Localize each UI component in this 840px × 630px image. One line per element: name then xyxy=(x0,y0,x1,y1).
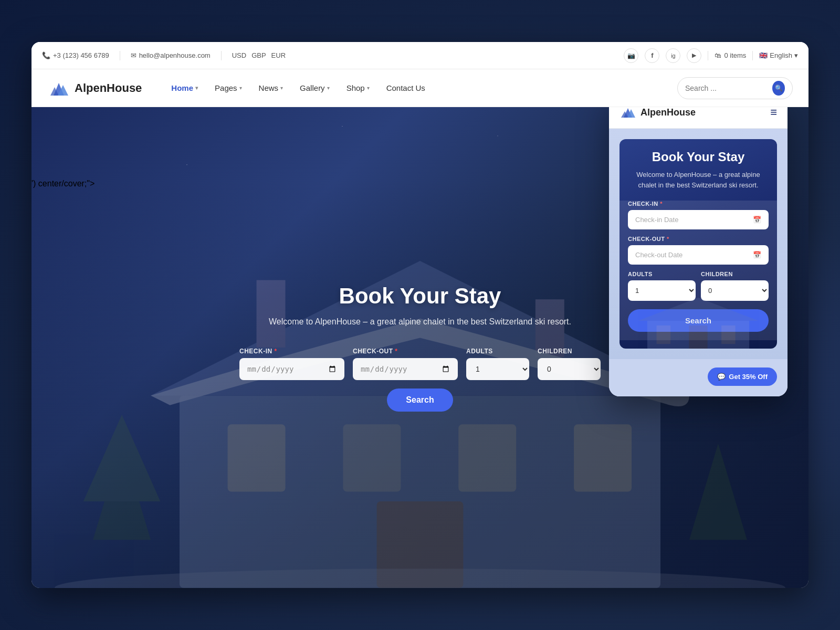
divider4 xyxy=(752,51,753,60)
discount-button[interactable]: 💬 Get 35% Off xyxy=(708,368,777,386)
svg-marker-20 xyxy=(638,298,758,321)
nav-item-pages[interactable]: Pages ▾ xyxy=(206,69,250,107)
nav-pages-chevron: ▾ xyxy=(239,85,242,91)
nav-contact-label: Contact Us xyxy=(386,83,425,92)
cart-area[interactable]: 🛍 0 items xyxy=(715,51,746,59)
mobile-checkout-group: CHECK-OUT * Check-out Date 📅 xyxy=(628,236,769,265)
mobile-chalet-svg xyxy=(620,286,777,349)
flag-icon: 🇬🇧 xyxy=(759,51,768,59)
mobile-card-body: Book Your Stay Welcome to AlpenHouse – a… xyxy=(609,129,788,359)
nav-item-contact[interactable]: Contact Us xyxy=(378,69,434,107)
nav-item-home[interactable]: Home ▾ xyxy=(163,69,206,107)
language-chevron: ▾ xyxy=(794,51,798,59)
nav-pages-label: Pages xyxy=(215,83,237,92)
children-group: CHILDREN 0 1 2 3 xyxy=(538,348,601,380)
mobile-card-header: AlpenHouse ≡ xyxy=(609,107,788,129)
mobile-book-subtitle: Welcome to AlpenHouse – a great alpine c… xyxy=(620,170,777,201)
browser-window: 📞 +3 (123) 456 6789 ✉ hello@alpenhouse.c… xyxy=(32,42,808,588)
svg-marker-15 xyxy=(689,444,747,540)
language-label: English xyxy=(770,51,792,59)
language-switcher[interactable]: 🇬🇧 English ▾ xyxy=(759,51,798,59)
nav-home-chevron: ▾ xyxy=(195,85,198,91)
divider2 xyxy=(221,51,222,60)
svg-marker-14 xyxy=(83,415,161,501)
mobile-checkout-calendar-icon: 📅 xyxy=(753,251,761,259)
hero-search-button[interactable]: Search xyxy=(387,388,453,412)
top-bar: 📞 +3 (123) 456 6789 ✉ hello@alpenhouse.c… xyxy=(32,42,808,69)
checkout-input[interactable] xyxy=(360,364,450,374)
search-box: 🔍 xyxy=(677,77,793,99)
svg-rect-21 xyxy=(657,326,670,344)
svg-rect-9 xyxy=(458,425,516,492)
nav-item-gallery[interactable]: Gallery ▾ xyxy=(291,69,338,107)
checkout-label: CHECK-OUT * xyxy=(353,348,398,355)
nav-item-news[interactable]: News ▾ xyxy=(250,69,292,107)
search-button[interactable]: 🔍 xyxy=(772,81,785,96)
top-bar-left: 📞 +3 (123) 456 6789 ✉ hello@alpenhouse.c… xyxy=(42,51,615,60)
mobile-checkout-placeholder: Check-out Date xyxy=(635,251,682,259)
mobile-checkin-label: CHECK-IN * xyxy=(628,201,769,207)
svg-rect-8 xyxy=(343,425,401,492)
svg-rect-10 xyxy=(574,425,632,492)
mobile-card-footer: 💬 Get 35% Off xyxy=(609,359,788,396)
mobile-checkin-wrap: Check-in Date 📅 xyxy=(628,210,769,229)
nav-home-label: Home xyxy=(171,83,193,92)
mobile-card: AlpenHouse ≡ Book Your Stay W xyxy=(609,107,788,396)
brand-name: AlpenHouse xyxy=(75,81,142,95)
nav-item-shop[interactable]: Shop ▾ xyxy=(338,69,378,107)
checkin-label: CHECK-IN * xyxy=(239,348,277,355)
phone-number: +3 (123) 456 6789 xyxy=(53,51,109,59)
children-select[interactable]: 0 1 2 3 xyxy=(538,358,601,380)
mobile-checkin-calendar-icon: 📅 xyxy=(753,216,761,224)
main-nav: Home ▾ Pages ▾ News ▾ Gallery ▾ Shop ▾ C… xyxy=(163,69,677,107)
logo-mountain-icon xyxy=(47,79,69,98)
currency-eur[interactable]: EUR xyxy=(271,51,286,59)
cart-count: 0 items xyxy=(724,51,746,59)
mobile-checkout-required: * xyxy=(667,236,669,242)
mobile-logo-icon xyxy=(620,107,636,120)
currency-switcher: USD GBP EUR xyxy=(232,51,286,59)
top-bar-right: 📷 f ig ▶ 🛍 0 items 🇬🇧 English ▾ xyxy=(624,48,798,63)
currency-gbp[interactable]: GBP xyxy=(251,51,266,59)
nav-news-label: News xyxy=(259,83,279,92)
mobile-logo: AlpenHouse xyxy=(620,107,696,120)
youtube-icon[interactable]: ▶ xyxy=(687,48,701,63)
checkout-group: CHECK-OUT * xyxy=(353,348,458,380)
nav-news-chevron: ▾ xyxy=(280,85,283,91)
svg-point-12 xyxy=(55,569,785,588)
chat-icon: 💬 xyxy=(717,373,726,381)
svg-rect-23 xyxy=(721,326,735,344)
mobile-checkin-required: * xyxy=(660,201,663,207)
checkout-input-wrap xyxy=(353,358,458,380)
hero-title: Book Your Stay xyxy=(205,284,635,309)
hero-subtitle: Welcome to AlpenHouse – a great alpine c… xyxy=(205,317,635,327)
mobile-checkout-label: CHECK-OUT * xyxy=(628,236,769,242)
instagram-icon[interactable]: ig xyxy=(666,48,680,63)
cart-icon: 🛍 xyxy=(715,51,721,59)
adults-select[interactable]: 1 2 3 4 xyxy=(466,358,529,380)
camera-icon[interactable]: 📷 xyxy=(624,48,638,63)
adults-group: ADULTS 1 2 3 4 xyxy=(466,348,529,380)
checkin-input[interactable] xyxy=(247,364,337,374)
logo-area[interactable]: AlpenHouse xyxy=(47,79,142,98)
mobile-adults-label: ADULTS xyxy=(628,271,696,277)
phone-icon: 📞 xyxy=(42,51,50,59)
svg-rect-22 xyxy=(689,326,707,349)
checkin-required: * xyxy=(275,348,277,355)
mobile-checkin-placeholder: Check-in Date xyxy=(635,216,678,224)
facebook-icon[interactable]: f xyxy=(645,48,659,63)
mobile-brand-name: AlpenHouse xyxy=(640,107,696,118)
currency-usd[interactable]: USD xyxy=(232,51,246,59)
adults-label: ADULTS xyxy=(466,348,493,355)
nav-shop-label: Shop xyxy=(346,83,365,92)
hero-content: Book Your Stay Welcome to AlpenHouse – a… xyxy=(184,284,656,412)
mobile-children-label: CHILDREN xyxy=(701,271,769,277)
phone-contact[interactable]: 📞 +3 (123) 456 6789 xyxy=(42,51,109,59)
hamburger-menu[interactable]: ≡ xyxy=(770,107,777,119)
mobile-book-title: Book Your Stay xyxy=(620,139,777,170)
search-input[interactable] xyxy=(685,84,769,92)
mobile-card-bg: Book Your Stay Welcome to AlpenHouse – a… xyxy=(620,139,777,349)
mobile-checkout-wrap: Check-out Date 📅 xyxy=(628,245,769,265)
children-label: CHILDREN xyxy=(538,348,572,355)
email-contact[interactable]: ✉ hello@alpenhouse.com xyxy=(131,51,211,59)
